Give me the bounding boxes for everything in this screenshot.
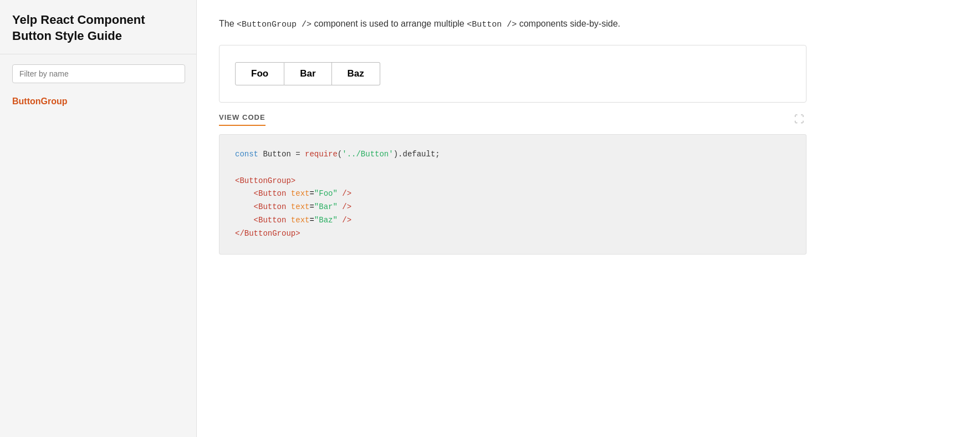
sidebar-item-buttongroup[interactable]: ButtonGroup <box>12 94 68 108</box>
code-line-6: <Button text="Baz" /> <box>235 214 790 227</box>
code-line-3: <ButtonGroup> <box>235 175 790 188</box>
sidebar: Yelp React Component Button Style Guide … <box>0 0 197 437</box>
filter-input[interactable] <box>12 64 185 83</box>
component-name-2: <Button /> <box>467 20 517 29</box>
code-line-4: <Button text="Foo" /> <box>235 187 790 201</box>
main-content: The <ButtonGroup /> component is used to… <box>197 0 980 437</box>
expand-icon[interactable]: ⛶ <box>792 111 807 128</box>
code-block: const Button = require('../Button').defa… <box>219 134 807 255</box>
app-title: Yelp React Component Button Style Guide <box>12 12 185 44</box>
view-code-section: VIEW CODE ⛶ const Button = require('../B… <box>219 103 807 255</box>
code-line-5: <Button text="Bar" /> <box>235 201 790 214</box>
component-description: The <ButtonGroup /> component is used to… <box>219 17 718 32</box>
demo-button-foo[interactable]: Foo <box>235 62 284 85</box>
sidebar-filter-area <box>0 54 196 91</box>
preview-box: Foo Bar Baz <box>219 45 807 103</box>
demo-button-bar[interactable]: Bar <box>284 62 331 85</box>
sidebar-nav: ButtonGroup <box>0 91 196 112</box>
demo-button-baz[interactable]: Baz <box>332 62 380 85</box>
code-line-blank <box>235 161 790 175</box>
component-name-1: <ButtonGroup /> <box>237 20 312 29</box>
code-line-1: const Button = require('../Button').defa… <box>235 148 790 161</box>
view-code-label[interactable]: VIEW CODE <box>219 113 266 126</box>
code-line-7: </ButtonGroup> <box>235 227 790 241</box>
button-group-demo: Foo Bar Baz <box>235 62 790 85</box>
sidebar-title-area: Yelp React Component Button Style Guide <box>0 0 196 54</box>
view-code-header: VIEW CODE ⛶ <box>219 103 807 128</box>
